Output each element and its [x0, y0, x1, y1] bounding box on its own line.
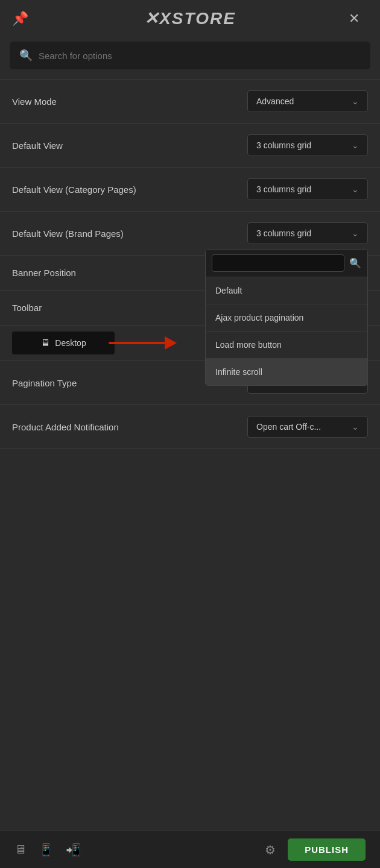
- default-view-category-select[interactable]: 3 columns grid ⌄: [247, 178, 368, 200]
- product-notification-select[interactable]: Open cart Off-c... ⌄: [247, 416, 368, 438]
- default-view-brand-select[interactable]: 3 columns grid ⌄: [247, 222, 368, 244]
- footer: 🖥 📱 📲 ⚙ PUBLISH: [0, 831, 380, 868]
- desktop-tab-label: Desktop: [55, 338, 86, 348]
- view-mode-row: View Mode Advanced ⌄: [0, 79, 380, 123]
- dropdown-search-bar: 🔍: [206, 250, 367, 277]
- view-mode-label: View Mode: [12, 95, 57, 108]
- view-mode-select[interactable]: Advanced ⌄: [247, 90, 368, 112]
- mobile-footer-icon[interactable]: 📲: [66, 843, 81, 857]
- desktop-icon: 🖥: [40, 338, 50, 348]
- dropdown-item-default[interactable]: Default: [206, 277, 367, 304]
- default-view-brand-dropdown-container: 3 columns grid ⌄ 🔍 Default Ajax product …: [247, 222, 368, 244]
- dropdown-item-infinite-scroll[interactable]: Infinite scroll: [206, 359, 367, 385]
- header: 📌 ✕XSTORE ✕: [0, 0, 380, 37]
- tablet-footer-icon[interactable]: 📱: [39, 843, 54, 857]
- dropdown-search-input[interactable]: [212, 254, 344, 272]
- footer-device-icons: 🖥 📱 📲: [14, 843, 81, 857]
- main-content: View Mode Advanced ⌄ Default View 3 colu…: [0, 79, 380, 497]
- arrow-line: [109, 342, 166, 344]
- default-view-select[interactable]: 3 columns grid ⌄: [247, 134, 368, 156]
- publish-button[interactable]: PUBLISH: [288, 838, 366, 861]
- pin-icon[interactable]: 📌: [12, 11, 31, 27]
- search-bar: 🔍: [10, 42, 370, 69]
- toolbar-label: Toolbar: [12, 301, 42, 314]
- chevron-down-icon: ⌄: [352, 96, 359, 106]
- red-arrow: [109, 336, 177, 350]
- default-view-brand-row: Default View (Brand Pages) 3 columns gri…: [0, 211, 380, 255]
- default-view-label: Default View: [12, 139, 63, 152]
- dropdown-item-ajax[interactable]: Ajax product pagination: [206, 304, 367, 332]
- close-icon[interactable]: ✕: [349, 11, 368, 27]
- desktop-tab-button[interactable]: 🖥 Desktop: [12, 332, 115, 354]
- gear-icon[interactable]: ⚙: [265, 843, 276, 857]
- search-icon: 🔍: [19, 49, 33, 62]
- default-view-value: 3 columns grid: [256, 140, 311, 150]
- chevron-down-icon: ⌄: [352, 140, 359, 150]
- banner-position-label: Banner Position: [12, 266, 76, 279]
- search-input[interactable]: [39, 51, 361, 61]
- pagination-type-label: Pagination Type: [12, 377, 77, 389]
- view-mode-value: Advanced: [256, 96, 294, 106]
- default-view-brand-value: 3 columns grid: [256, 228, 311, 238]
- default-view-brand-label: Default View (Brand Pages): [12, 227, 124, 240]
- product-notification-row: Product Added Notification Open cart Off…: [0, 404, 380, 449]
- default-view-category-label: Default View (Category Pages): [12, 183, 136, 196]
- dropdown-popup: 🔍 Default Ajax product pagination Load m…: [205, 249, 368, 386]
- chevron-down-icon: ⌄: [352, 184, 359, 194]
- chevron-down-icon: ⌄: [352, 228, 359, 238]
- product-notification-label: Product Added Notification: [12, 421, 119, 433]
- arrow-head: [165, 336, 177, 350]
- default-view-category-value: 3 columns grid: [256, 184, 311, 194]
- dropdown-search-icon: 🔍: [349, 257, 361, 269]
- footer-right: ⚙ PUBLISH: [265, 838, 366, 861]
- logo: ✕XSTORE: [31, 8, 349, 28]
- dropdown-item-load-more[interactable]: Load more button: [206, 332, 367, 359]
- product-notification-value: Open cart Off-c...: [256, 422, 321, 432]
- default-view-category-row: Default View (Category Pages) 3 columns …: [0, 167, 380, 211]
- desktop-footer-icon[interactable]: 🖥: [14, 843, 27, 857]
- chevron-down-icon: ⌄: [352, 422, 359, 432]
- default-view-row: Default View 3 columns grid ⌄: [0, 123, 380, 167]
